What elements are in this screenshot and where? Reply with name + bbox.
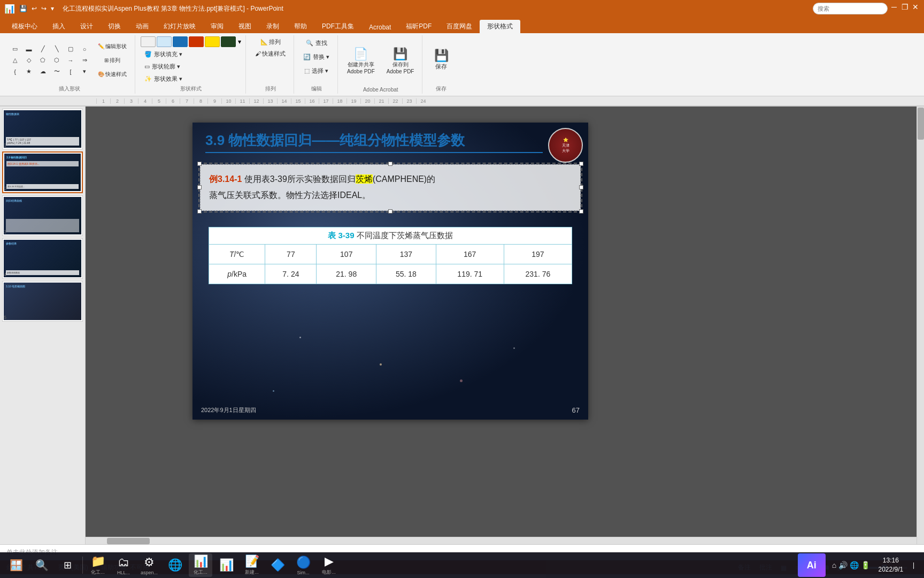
taskbar-start[interactable]: 🪟 <box>4 553 28 577</box>
shape-fill-btn[interactable]: 🪣 形状填充 ▾ <box>141 49 186 59</box>
tab-view[interactable]: 视图 <box>231 20 259 33</box>
show-desktop-btn[interactable]: | <box>912 560 915 570</box>
shape-curly[interactable]: { <box>9 66 21 77</box>
horizontal-scrollbar[interactable] <box>86 537 917 544</box>
style-swatch-5[interactable] <box>205 36 220 47</box>
taskbar-browser[interactable]: 🌐 <box>163 553 187 577</box>
taskbar-ai[interactable]: Ai <box>798 553 826 577</box>
taskbar-ppt2[interactable]: 📊 <box>214 553 238 577</box>
shape-round-rect[interactable]: ▢ <box>64 44 77 55</box>
style-swatch-4[interactable] <box>189 36 204 47</box>
shape-outline-btn[interactable]: ▭ 形状轮廓 ▾ <box>141 61 184 72</box>
slide-thumb-3[interactable]: 回归结果曲线 3 <box>2 195 83 236</box>
tab-slideshow[interactable]: 幻灯片放映 <box>156 20 203 33</box>
taskbar-search[interactable]: 🔍 <box>30 553 53 577</box>
edit-shape-btn[interactable]: ✏️ 编辑形状 <box>94 40 130 53</box>
slide-thumb-1[interactable]: 物性数据表 T/℃ | 77 | 107 | 137p/kPa | 7.24 |… <box>2 109 83 149</box>
taskbar-blue1[interactable]: 🔷 <box>266 553 289 577</box>
body-text-container[interactable]: 例3.14-1 使用表3-39所示实验数据回归茨烯(CAMPHENE)的 蒸气压… <box>200 164 581 211</box>
quick-save[interactable]: 💾 <box>19 5 27 12</box>
ribbon-group-insert-shape: ▭ ▬ ╱ ╲ ▢ ○ △ ◇ ⬠ ⬡ → ⇒ <box>4 35 135 94</box>
close-button[interactable]: ✕ <box>911 3 920 11</box>
shape-line2[interactable]: ╲ <box>50 44 63 55</box>
create-share-pdf-btn[interactable]: 📄 创建并共享 Adobe PDF <box>343 47 379 76</box>
shape-diamond[interactable]: ◇ <box>22 55 35 66</box>
shape-pentagon[interactable]: ⬠ <box>36 55 49 66</box>
tray-icons[interactable]: ⌂ 🔊 🌐 🔋 <box>832 561 870 569</box>
tab-baidu[interactable]: 百度网盘 <box>439 20 480 33</box>
shape-effect-btn[interactable]: ✨ 形状效果 ▾ <box>141 73 186 84</box>
quickstyle-group-btn[interactable]: 🖌快速样式 <box>251 48 289 59</box>
clock[interactable]: 13:16 2022/9/1 <box>872 555 910 575</box>
tab-acrobat[interactable]: Acrobat <box>361 21 398 33</box>
arrange-group-icon: 📐 <box>260 39 268 45</box>
shape-bracket[interactable]: [ <box>64 66 77 77</box>
shape-rect[interactable]: ▭ <box>9 44 21 55</box>
replace-btn[interactable]: 🔄 替换 ▾ <box>299 50 333 63</box>
hscroll-thumb[interactable] <box>107 538 150 544</box>
slide-thumb-2[interactable]: 3.9 物性数据回归 例3.14-1 使用表3-39所示... 表3-39 不同… <box>2 151 83 193</box>
replace-icon: 🔄 <box>303 54 311 60</box>
quick-redo[interactable]: ↪ <box>41 5 47 12</box>
quick-undo[interactable]: ↩ <box>32 5 37 12</box>
tab-animation[interactable]: 动画 <box>128 20 156 33</box>
shape-hex[interactable]: ⬡ <box>50 55 63 66</box>
find-btn[interactable]: 🔍 查找 <box>302 36 331 49</box>
restore-button[interactable]: ❐ <box>900 3 909 11</box>
quick-customize[interactable]: ▾ <box>51 5 54 12</box>
taskbar-taskview[interactable]: ⊞ <box>56 553 79 577</box>
tab-switch[interactable]: 切换 <box>101 20 128 33</box>
style-swatch-2[interactable] <box>157 36 172 47</box>
arrange-btn[interactable]: ⊞ 排列 <box>94 54 130 67</box>
tab-insert[interactable]: 插入 <box>45 20 73 33</box>
taskbar-explorer[interactable]: 📁 化工... <box>86 553 110 577</box>
clock-date: 2022/9/1 <box>879 565 904 574</box>
taskbar-movie[interactable]: ▶ 电影... <box>317 553 341 577</box>
save-btn[interactable]: 💾 保存 <box>428 47 455 74</box>
minimize-button[interactable]: ─ <box>890 3 898 11</box>
style-swatch-1[interactable] <box>141 36 156 47</box>
style-swatch-3[interactable] <box>173 36 188 47</box>
save-adobe-icon: 💾 <box>393 48 407 60</box>
vertical-scrollbar[interactable] <box>917 107 924 544</box>
shape-fill-label: 形状填充 ▾ <box>154 50 182 58</box>
taskbar-hll[interactable]: 🗂 HLL... <box>112 553 135 577</box>
tab-record[interactable]: 录制 <box>259 20 287 33</box>
title-search-input[interactable] <box>813 3 888 14</box>
shape-wave[interactable]: 〜 <box>50 66 63 77</box>
style-swatch-more[interactable]: ▾ <box>238 38 241 45</box>
arrange-group-btn[interactable]: 📐排列 <box>257 36 284 47</box>
tab-shape-format[interactable]: 形状格式 <box>480 20 520 33</box>
tab-pdf-tools[interactable]: PDF工具集 <box>314 20 361 33</box>
taskbar-word[interactable]: 📝 新建... <box>240 553 264 577</box>
tab-review[interactable]: 审阅 <box>203 20 231 33</box>
shape-tri[interactable]: △ <box>9 55 21 66</box>
tab-design[interactable]: 设计 <box>73 20 101 33</box>
style-swatch-6[interactable] <box>221 36 236 47</box>
ruler-tick: 9 <box>207 98 221 104</box>
cell-0-2: 55. 18 <box>376 264 436 284</box>
taskbar-aspen[interactable]: ⚙ aspen... <box>137 553 161 577</box>
shape-star[interactable]: ★ <box>22 66 35 77</box>
tab-foxit[interactable]: 福昕PDF <box>398 20 439 33</box>
tab-help[interactable]: 帮助 <box>287 20 314 33</box>
shape-arrow[interactable]: → <box>64 55 77 66</box>
select-btn[interactable]: ⬚ 选择 ▾ <box>301 64 332 77</box>
slide-canvas[interactable]: ⭐ 天津大学 3.9 物性数据回归——纯组分物性模型参数 <box>192 123 588 420</box>
slide-thumb-5[interactable]: 3.10 电泵截面图 5 <box>2 281 83 322</box>
shape-cloud[interactable]: ☁ <box>36 66 49 77</box>
shape-more[interactable]: ▾ <box>78 66 91 77</box>
vscroll-thumb[interactable] <box>918 108 924 140</box>
save-adobe-pdf-btn[interactable]: 💾 保存到 Adobe PDF <box>383 47 418 76</box>
shape-line[interactable]: ╱ <box>36 44 49 55</box>
quickstyle-btn[interactable]: 🎨 快速样式 <box>94 68 130 81</box>
canvas-area[interactable]: ⭐ 天津大学 3.9 物性数据回归——纯组分物性模型参数 <box>86 107 924 544</box>
shape-oval[interactable]: ○ <box>78 44 91 55</box>
tab-moban[interactable]: 模板中心 <box>4 20 45 33</box>
slide-panel[interactable]: 物性数据表 T/℃ | 77 | 107 | 137p/kPa | 7.24 |… <box>0 107 86 544</box>
slide-thumb-4[interactable]: 参数结果 参数表格数据 4 <box>2 238 83 279</box>
shape-rect2[interactable]: ▬ <box>22 44 35 55</box>
taskbar-ppt1[interactable]: 📊 化工... <box>189 553 212 577</box>
taskbar-sim[interactable]: 🔵 Sim... <box>291 553 315 577</box>
shape-arr2[interactable]: ⇒ <box>78 55 91 66</box>
